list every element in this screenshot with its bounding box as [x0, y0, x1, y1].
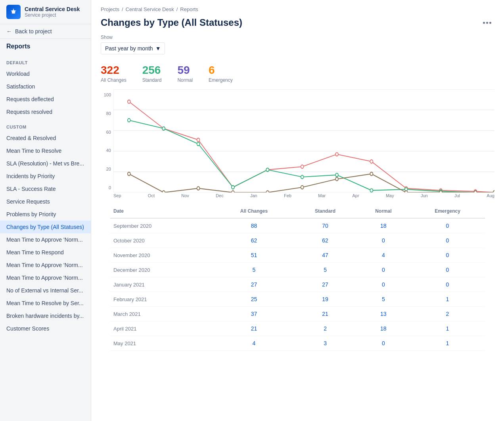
dropdown-label: Past year by month	[105, 45, 153, 52]
more-dot-1	[483, 22, 485, 24]
svg-point-15	[370, 160, 373, 163]
sidebar-item-changes-type[interactable]: Changes by Type (All Statuses)	[0, 221, 91, 233]
cell-normal-8: 0	[357, 336, 410, 351]
cell-normal-6: 13	[357, 307, 410, 321]
data-table: Date All Changes Standard Normal Emergen…	[110, 204, 485, 351]
sidebar-item-sla-success[interactable]: SLA - Success Rate	[0, 183, 91, 195]
stat-label-emergency: Emergency	[209, 77, 233, 83]
sidebar-item-requests-deflected[interactable]: Requests deflected	[0, 93, 91, 106]
sidebar-project-info: Central Service Desk Service project	[25, 6, 80, 18]
default-section-title: DEFAULT	[0, 54, 91, 67]
svg-point-14	[335, 152, 338, 156]
col-header-standard: Standard	[293, 204, 356, 218]
stat-value-all-changes: 322	[101, 64, 126, 77]
sidebar-item-broken-hardware[interactable]: Broken hardware incidents by...	[0, 310, 91, 322]
svg-point-8	[128, 100, 130, 104]
breadcrumb: Projects / Central Service Desk / Report…	[91, 0, 504, 15]
stats-row: 322 All Changes 256 Standard 59 Normal 6…	[91, 61, 504, 89]
table-row: December 2020 5 5 0 0	[110, 263, 485, 277]
x-label-aug: Aug	[487, 193, 494, 198]
cell-standard-5: 19	[293, 292, 356, 307]
cell-standard-0: 70	[293, 218, 356, 233]
svg-point-27	[370, 188, 373, 192]
sidebar-item-workload[interactable]: Workload	[0, 67, 91, 80]
cell-date-6: March 2021	[110, 307, 215, 321]
stat-value-normal: 59	[177, 64, 193, 77]
custom-section-title: CUSTOM	[0, 118, 91, 132]
cell-all-5: 25	[215, 292, 294, 307]
table-row: April 2021 21 2 18 1	[110, 321, 485, 336]
cell-normal-2: 4	[357, 248, 410, 263]
cell-normal-1: 0	[357, 233, 410, 248]
cell-all-4: 27	[215, 277, 294, 292]
sidebar-project-header: Central Service Desk Service project	[0, 0, 91, 24]
svg-point-37	[301, 186, 304, 189]
sidebar-item-service-requests[interactable]: Service Requests	[0, 195, 91, 208]
sidebar-item-mtr-service[interactable]: Mean Time to Resolve by Ser...	[0, 297, 91, 310]
sidebar-item-incidents-priority[interactable]: Incidents by Priority	[0, 170, 91, 183]
more-options-button[interactable]	[480, 20, 494, 25]
sidebar-item-mtr-respond[interactable]: Mean Time to Respond	[0, 246, 91, 259]
cell-date-8: May 2021	[110, 336, 215, 351]
cell-emergency-2: 0	[410, 248, 485, 263]
stat-normal: 59 Normal	[177, 64, 193, 83]
stat-value-emergency: 6	[209, 64, 233, 77]
project-logo	[6, 5, 21, 19]
table-row: January 2021 27 27 0 0	[110, 277, 485, 292]
cell-normal-3: 0	[357, 263, 410, 277]
sidebar-item-requests-resolved[interactable]: Requests resolved	[0, 106, 91, 118]
breadcrumb-projects[interactable]: Projects	[101, 6, 119, 12]
y-label-0: 0	[109, 185, 111, 190]
cell-all-8: 4	[215, 336, 294, 351]
svg-point-24	[266, 168, 269, 171]
x-label-jun: Jun	[421, 193, 428, 198]
sidebar-item-mta-norm-3[interactable]: Mean Time to Approve 'Norm...	[0, 271, 91, 284]
svg-point-34	[197, 186, 200, 190]
svg-point-41	[439, 191, 442, 192]
project-type: Service project	[25, 12, 80, 18]
sidebar-item-external-internal[interactable]: No of External vs Internal Ser...	[0, 284, 91, 297]
breadcrumb-sep-2: /	[176, 6, 178, 12]
data-table-wrapper: Date All Changes Standard Normal Emergen…	[91, 204, 504, 351]
stat-all-changes: 322 All Changes	[101, 64, 126, 83]
x-label-feb: Feb	[284, 193, 291, 198]
cell-date-0: September 2020	[110, 218, 215, 233]
show-label: Show	[101, 35, 494, 40]
x-label-oct: Oct	[148, 193, 155, 198]
cell-normal-0: 18	[357, 218, 410, 233]
cell-all-0: 88	[215, 218, 294, 233]
sidebar-item-mta-norm-1[interactable]: Mean Time to Approve 'Norm...	[0, 233, 91, 246]
breadcrumb-central-service-desk[interactable]: Central Service Desk	[126, 6, 174, 12]
cell-all-3: 5	[215, 263, 294, 277]
sidebar-item-satisfaction[interactable]: Satisfaction	[0, 80, 91, 93]
cell-date-7: April 2021	[110, 321, 215, 336]
sidebar-item-mta-norm-2[interactable]: Mean Time to Approve 'Norm...	[0, 259, 91, 271]
cell-standard-4: 27	[293, 277, 356, 292]
cell-standard-3: 5	[293, 263, 356, 277]
stat-label-all-changes: All Changes	[101, 77, 126, 83]
svg-point-33	[162, 191, 165, 192]
cell-standard-1: 62	[293, 233, 356, 248]
table-row: February 2021 25 19 5 1	[110, 292, 485, 307]
svg-point-43	[493, 191, 494, 192]
show-dropdown[interactable]: Past year by month ▼	[101, 42, 165, 54]
cell-date-2: November 2020	[110, 248, 215, 263]
cell-emergency-8: 1	[410, 336, 485, 351]
table-row: March 2021 37 21 13 2	[110, 307, 485, 321]
stat-label-standard: Standard	[142, 77, 162, 83]
page-title: Changes by Type (All Statuses)	[101, 17, 242, 28]
x-label-jul: Jul	[454, 193, 460, 198]
cell-standard-8: 3	[293, 336, 356, 351]
cell-date-5: February 2021	[110, 292, 215, 307]
chart-wrapper: 100 80 60 40 20 0	[101, 89, 494, 198]
sidebar-item-sla-resolution[interactable]: SLA (Resolution) - Met vs Bre...	[0, 157, 91, 170]
sidebar-item-customer-scores[interactable]: Customer Scores	[0, 322, 91, 335]
project-name: Central Service Desk	[25, 6, 80, 12]
cell-date-1: October 2020	[110, 233, 215, 248]
sidebar-item-mtr[interactable]: Mean Time to Resolve	[0, 144, 91, 157]
svg-point-22	[197, 142, 200, 146]
back-to-project-button[interactable]: ← Back to project	[0, 24, 91, 39]
sidebar-item-problems-priority[interactable]: Problems by Priority	[0, 208, 91, 221]
more-dot-2	[486, 22, 488, 24]
sidebar-item-created-resolved[interactable]: Created & Resolved	[0, 132, 91, 144]
